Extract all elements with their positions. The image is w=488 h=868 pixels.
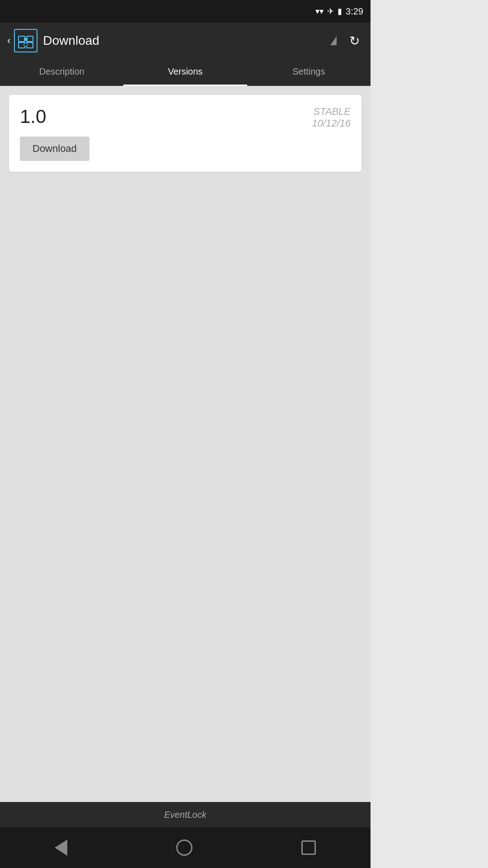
status-bar: ▾▾ ✈ ▮ 3:29 xyxy=(0,0,371,23)
status-icons: ▾▾ ✈ ▮ 3:29 xyxy=(315,6,363,17)
svg-rect-5 xyxy=(24,43,28,46)
back-arrow-icon: ‹ xyxy=(7,35,10,47)
back-nav-icon xyxy=(55,840,67,856)
download-button[interactable]: Download xyxy=(20,137,89,161)
wifi-icon: ▾▾ xyxy=(315,6,324,16)
tab-versions[interactable]: Versions xyxy=(123,59,247,86)
nav-recent-button[interactable] xyxy=(297,836,320,859)
main-content: 1.0 STABLE 10/12/16 Download xyxy=(0,86,371,802)
airplane-icon: ✈ xyxy=(327,6,334,16)
nav-home-button[interactable] xyxy=(172,835,197,860)
version-meta: STABLE 10/12/16 xyxy=(312,106,351,129)
version-number: 1.0 xyxy=(20,106,46,127)
version-date: 10/12/16 xyxy=(312,118,351,129)
version-card-header: 1.0 STABLE 10/12/16 xyxy=(20,106,351,129)
signal-icon xyxy=(330,36,337,45)
svg-rect-1 xyxy=(27,36,33,42)
status-time: 3:29 xyxy=(346,6,363,17)
version-card: 1.0 STABLE 10/12/16 Download xyxy=(9,95,361,172)
battery-icon: ▮ xyxy=(338,6,342,16)
version-status: STABLE xyxy=(312,106,351,118)
tab-description[interactable]: Description xyxy=(0,59,123,86)
nav-bar xyxy=(0,827,371,868)
svg-rect-4 xyxy=(24,38,28,41)
nav-back-button[interactable] xyxy=(50,835,72,860)
footer: EventLock xyxy=(0,802,371,827)
refresh-icon: ↻ xyxy=(349,34,360,48)
app-logo xyxy=(14,29,38,52)
page-title: Download xyxy=(43,33,330,48)
tab-bar: Description Versions Settings xyxy=(0,59,371,86)
footer-text: EventLock xyxy=(164,810,206,820)
back-button[interactable]: ‹ xyxy=(7,29,38,52)
app-bar: ‹ Download ↻ xyxy=(0,23,371,59)
home-nav-icon xyxy=(176,840,192,856)
tab-settings[interactable]: Settings xyxy=(247,59,371,86)
refresh-button[interactable]: ↻ xyxy=(346,30,363,52)
recent-nav-icon xyxy=(301,840,316,855)
svg-rect-0 xyxy=(19,36,25,42)
puzzle-icon xyxy=(18,33,34,49)
